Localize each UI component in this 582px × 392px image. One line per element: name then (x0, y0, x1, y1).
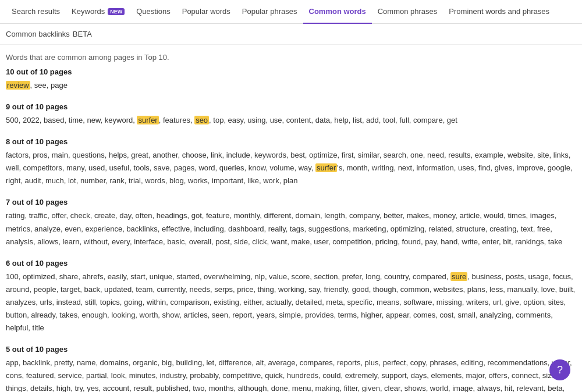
section-title: 9 out of 10 pages (6, 102, 576, 111)
word-text: , top, easy, using, use, content, data, … (209, 116, 457, 124)
word-text: rating, traffic, offer, check, create, d… (6, 211, 562, 245)
highlighted-word: sure (450, 272, 467, 281)
tab-common-words[interactable]: Common words (303, 0, 372, 24)
tab-popular-phrases[interactable]: Popular phrases (236, 0, 303, 24)
highlighted-word: surfer (315, 163, 337, 172)
word-text: app, backlink, pretty, name, domains, or… (6, 358, 572, 392)
sub-tab-common-backlinks[interactable]: Common backlinks BETA (6, 30, 92, 44)
words-line: 500, 2022, based, time, new, keyword, su… (6, 114, 576, 127)
tab-prominent[interactable]: Prominent words and phrases (443, 0, 555, 24)
tab-label: Popular phrases (242, 7, 297, 16)
tab-label: Popular words (182, 7, 230, 16)
new-badge: NEW (108, 8, 125, 15)
description: Words that are common among pages in Top… (0, 45, 582, 67)
words-section: 9 out of 10 pages500, 2022, based, time,… (6, 102, 576, 127)
content-area: 10 out of 10 pagesreview, see, page9 out… (0, 67, 582, 392)
beta-badge: BETA (73, 30, 92, 38)
tab-search-results[interactable]: Search results (6, 0, 66, 24)
section-title: 8 out of 10 pages (6, 137, 576, 146)
tab-label: Search results (12, 7, 60, 16)
word-text: , features, (159, 116, 194, 124)
tab-label: Prominent words and phrases (449, 7, 549, 16)
words-section: 5 out of 10 pagesapp, backlink, pretty, … (6, 345, 576, 392)
tab-keywords[interactable]: Keywords NEW (66, 0, 130, 24)
highlighted-word: seo (194, 116, 209, 124)
words-line: app, backlink, pretty, name, domains, or… (6, 357, 576, 392)
section-title: 10 out of 10 pages (6, 67, 576, 76)
section-title: 5 out of 10 pages (6, 345, 576, 354)
tab-common-phrases[interactable]: Common phrases (372, 0, 443, 24)
tab-label: Questions (136, 7, 171, 16)
word-text: 100, optimized, share, ahrefs, easily, s… (6, 272, 450, 281)
words-section: 10 out of 10 pagesreview, see, page (6, 67, 576, 92)
tab-questions[interactable]: Questions (130, 0, 176, 24)
sub-tab-label: Common backlinks (6, 30, 70, 38)
word-text: 500, 2022, based, time, new, keyword, (6, 116, 137, 124)
words-section: 6 out of 10 pages100, optimized, share, … (6, 259, 576, 334)
words-line: factors, pros, main, questions, helps, g… (6, 149, 576, 187)
tab-popular-words[interactable]: Popular words (176, 0, 236, 24)
word-text: , business, posts, usage, focus, around,… (6, 272, 575, 332)
tab-label: Common phrases (378, 7, 438, 16)
highlighted-word: surfer (137, 116, 158, 124)
sub-tab-row: Common backlinks BETA (0, 24, 582, 45)
section-title: 6 out of 10 pages (6, 259, 576, 268)
words-line: review, see, page (6, 79, 576, 92)
words-line: 100, optimized, share, ahrefs, easily, s… (6, 270, 576, 334)
help-button[interactable]: ? (549, 359, 570, 380)
main-tabs: Search results Keywords NEW Questions Po… (0, 0, 582, 24)
words-section: 8 out of 10 pagesfactors, pros, main, qu… (6, 137, 576, 187)
words-line: rating, traffic, offer, check, create, d… (6, 209, 576, 248)
words-section: 7 out of 10 pagesrating, traffic, offer,… (6, 198, 576, 248)
section-title: 7 out of 10 pages (6, 198, 576, 206)
tab-label: Common words (309, 7, 366, 16)
word-text: , see, page (30, 81, 68, 90)
tab-label: Keywords (72, 7, 105, 16)
highlighted-word: review (6, 81, 30, 90)
